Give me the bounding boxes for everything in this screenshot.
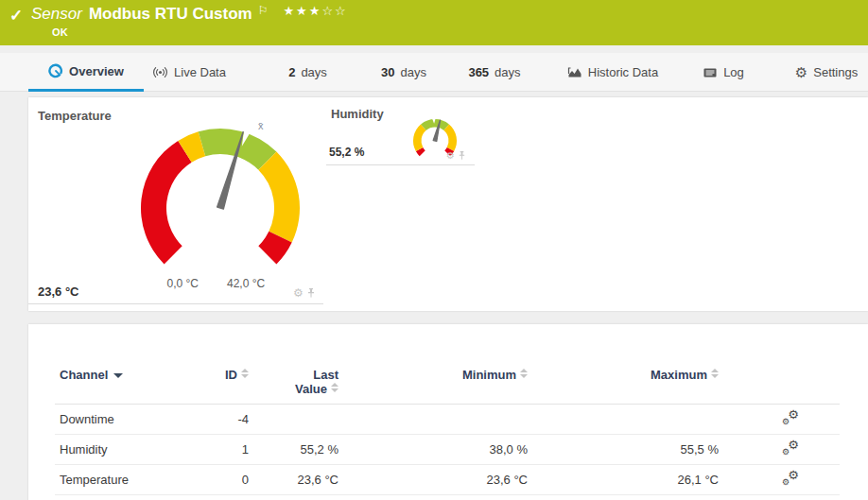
channel-maximum-cell (528, 404, 719, 434)
tab-settings-label: Settings (813, 65, 858, 79)
tab-historic-data[interactable]: Historic Data (560, 53, 666, 92)
temperature-gauge-tile: Temperature x̄ 0,0 °C 42,0 °C 23,6 °C ⚙ (28, 97, 323, 304)
channel-header-label: Channel (60, 368, 108, 382)
sensor-header: ✓ SensorModbus RTU Custom⚐★★★☆☆ OK (0, 0, 868, 45)
column-header-maximum[interactable]: Maximum (528, 324, 719, 404)
settings-gear-icon: ⚙ (795, 65, 807, 79)
table-row-downtime: Downtime -4 ⚙⚙ (55, 404, 840, 434)
channel-settings-gears-icon[interactable]: ⚙⚙ (782, 471, 799, 486)
channel-maximum-cell: 55,5 % (528, 434, 719, 464)
overview-gauges-panel: Temperature x̄ 0,0 °C 42,0 °C 23,6 °C ⚙ … (28, 97, 868, 311)
channel-name-cell: Temperature (55, 464, 197, 494)
gauge-icon (48, 63, 63, 78)
sort-arrows-icon (711, 369, 719, 378)
tab-30-days[interactable]: 30 days (376, 53, 431, 92)
historic-data-icon (567, 65, 582, 79)
svg-text:x̄: x̄ (258, 121, 264, 131)
tab-settings[interactable]: ⚙ Settings (789, 53, 864, 92)
channels-table-panel: Channel ID LastValue Minimum Maximum Dow… (28, 324, 868, 500)
last-value-header-line1: Last (313, 368, 339, 382)
id-header-label: ID (225, 368, 237, 382)
priority-stars[interactable]: ★★★☆☆ (283, 4, 347, 18)
status-badge: OK (52, 26, 68, 38)
tab-365-days-count: 365 (468, 65, 489, 79)
tab-bar: Overview Live Data 2 days 30 days 365 da… (0, 53, 868, 92)
sort-arrows-icon (241, 369, 249, 378)
tab-2-days[interactable]: 2 days (282, 53, 334, 92)
stars-filled[interactable]: ★★★ (283, 4, 321, 18)
channel-minimum-cell: 23,6 °C (339, 464, 528, 494)
last-value-header-line2: Value (295, 382, 327, 396)
tab-live-data-label: Live Data (174, 65, 226, 79)
channel-id-cell: 0 (197, 464, 249, 494)
tab-365-days[interactable]: 365 days (461, 53, 528, 92)
humidity-gauge-tile: Humidity 55,2 % ⚙ (326, 97, 475, 165)
temperature-tile-pin-icon[interactable] (306, 288, 316, 299)
channel-minimum-cell: 38,0 % (339, 434, 528, 464)
tab-overview[interactable]: Overview (28, 53, 144, 92)
temperature-tile-gear-icon[interactable]: ⚙ (293, 287, 304, 299)
column-header-last-value[interactable]: LastValue (249, 324, 339, 404)
status-ok-check-icon: ✓ (9, 6, 23, 26)
tab-2-days-label: days (301, 65, 326, 79)
temperature-gauge-title: Temperature (38, 109, 112, 123)
channel-last-value-cell: 23,6 °C (249, 464, 339, 494)
humidity-tile-pin-icon[interactable] (458, 151, 466, 161)
minimum-header-label: Minimum (462, 368, 516, 382)
channel-id-cell: -4 (197, 404, 249, 434)
log-icon (703, 66, 718, 79)
sensor-title: Modbus RTU Custom (89, 5, 252, 23)
channel-settings-gears-icon[interactable]: ⚙⚙ (782, 410, 799, 425)
sort-arrows-icon (331, 383, 339, 392)
tab-30-days-count: 30 (381, 65, 394, 79)
tab-2-days-count: 2 (288, 65, 295, 79)
column-header-minimum[interactable]: Minimum (339, 324, 528, 404)
maximum-header-label: Maximum (651, 368, 707, 382)
column-header-actions (719, 324, 840, 404)
table-row-temperature: Temperature 0 23,6 °C 23,6 °C 26,1 °C ⚙⚙ (55, 464, 840, 494)
temperature-gauge-max-label: 42,0 °C (227, 277, 274, 290)
object-kind-label: Sensor (31, 5, 82, 23)
table-row-humidity: Humidity 1 55,2 % 38,0 % 55,5 % ⚙⚙ (55, 434, 840, 464)
column-header-id[interactable]: ID (197, 324, 249, 404)
channel-id-cell: 1 (197, 434, 249, 464)
channel-minimum-cell (339, 404, 528, 434)
channel-last-value-cell (249, 404, 339, 434)
table-header-row: Channel ID LastValue Minimum Maximum (55, 324, 840, 404)
column-header-channel[interactable]: Channel (55, 324, 197, 404)
tab-365-days-label: days (495, 65, 520, 79)
temperature-gauge: x̄ (130, 121, 310, 268)
live-data-icon (152, 65, 168, 79)
tab-log[interactable]: Log (696, 53, 751, 92)
sort-arrows-icon (520, 369, 528, 378)
humidity-current-value: 55,2 % (329, 146, 364, 159)
tab-historic-data-label: Historic Data (588, 65, 658, 79)
humidity-gauge-title: Humidity (331, 107, 384, 121)
temperature-current-value: 23,6 °C (38, 284, 79, 299)
humidity-tile-gear-icon[interactable]: ⚙ (446, 151, 455, 161)
tab-live-data[interactable]: Live Data (138, 53, 240, 92)
prtg-sensor-page: { "colors": { "header_bg": "#b3c31a", "a… (0, 0, 868, 500)
channel-name-cell: Downtime (55, 404, 197, 434)
temperature-gauge-min-label: 0,0 °C (154, 277, 199, 290)
sort-caret-down-icon (113, 373, 123, 378)
stars-empty[interactable]: ☆☆ (321, 4, 347, 18)
channels-table: Channel ID LastValue Minimum Maximum Dow… (55, 324, 840, 495)
channel-settings-gears-icon[interactable]: ⚙⚙ (782, 440, 799, 456)
tab-overview-label: Overview (69, 64, 124, 78)
channel-last-value-cell: 55,2 % (249, 434, 339, 464)
flag-icon[interactable]: ⚐ (258, 4, 269, 17)
tab-log-label: Log (723, 65, 744, 79)
tab-30-days-label: days (401, 65, 426, 79)
channel-maximum-cell: 26,1 °C (528, 464, 719, 494)
channel-name-cell: Humidity (55, 434, 197, 464)
